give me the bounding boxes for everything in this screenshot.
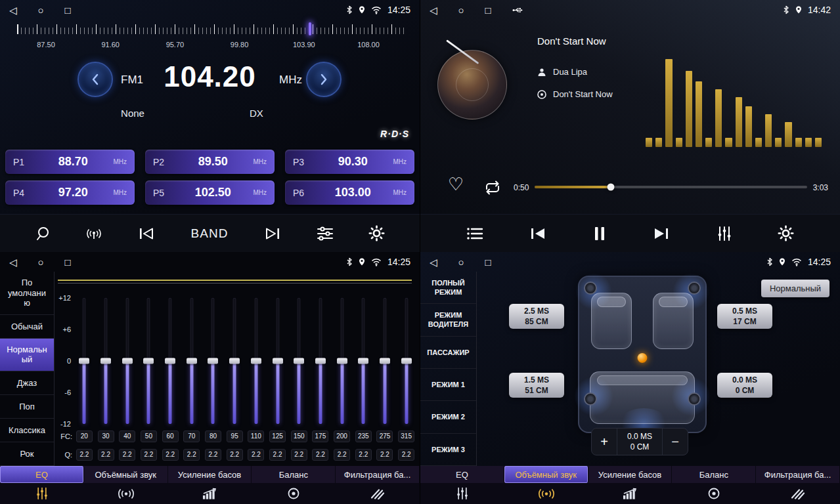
mode-1[interactable]: РЕЖИМ 1 xyxy=(420,369,476,401)
preset-button[interactable]: P6103.00MHz xyxy=(285,180,414,205)
eq-slider-handle[interactable] xyxy=(229,358,240,364)
next-track-button[interactable] xyxy=(652,226,671,241)
eq-preset-item[interactable]: Классика xyxy=(0,419,54,442)
eq-preset-item[interactable]: По умолчанию xyxy=(0,272,54,315)
bass-boost-tab-icon[interactable] xyxy=(168,488,252,499)
eq-preset-item[interactable]: Рок xyxy=(0,442,54,466)
equalizer-button[interactable] xyxy=(717,226,732,242)
mode-full[interactable]: ПОЛНЫЙ РЕЖИМ xyxy=(420,272,476,304)
tab-1[interactable]: Объёмный звук xyxy=(84,466,168,483)
eq-slider-handle[interactable] xyxy=(143,358,154,364)
recents-button[interactable]: □ xyxy=(65,5,71,15)
home-button[interactable]: ○ xyxy=(38,5,44,15)
delay-decrease-button[interactable]: − xyxy=(663,429,688,455)
rear-right-delay-button[interactable]: 0.0 MS 0 CM xyxy=(717,373,772,398)
filter-tab-icon[interactable] xyxy=(336,488,420,499)
tab-2[interactable]: Усиление басов xyxy=(588,466,673,483)
mode-passenger[interactable]: ПАССАЖИР xyxy=(420,337,476,369)
preset-button[interactable]: P5102.50MHz xyxy=(145,180,275,205)
progress-knob[interactable] xyxy=(608,184,615,191)
eq-preset-item[interactable]: Нормальный xyxy=(0,339,54,371)
eq-slider-handle[interactable] xyxy=(401,358,412,364)
tab-4[interactable]: Фильтрация ба... xyxy=(756,466,840,483)
home-button[interactable]: ○ xyxy=(458,257,464,267)
next-station-button[interactable] xyxy=(263,226,282,241)
bass-boost-tab-icon[interactable] xyxy=(588,488,673,499)
preset-button[interactable]: P390.30MHz xyxy=(285,150,414,174)
tab-4[interactable]: Фильтрация ба... xyxy=(336,466,420,483)
surround-tab-icon[interactable] xyxy=(84,488,168,499)
eq-band xyxy=(374,298,396,424)
preset-button[interactable]: P497.20MHz xyxy=(5,180,135,205)
eq-slider-handle[interactable] xyxy=(79,358,89,364)
eq-slider-handle[interactable] xyxy=(380,358,390,364)
android-nav: ◁ ○ □ xyxy=(9,257,71,267)
tab-0[interactable]: EQ xyxy=(0,466,84,483)
rear-left-delay-button[interactable]: 1.5 MS 51 CM xyxy=(509,373,564,398)
surround-tab-icon[interactable] xyxy=(504,488,588,499)
eq-slider-handle[interactable] xyxy=(122,358,133,364)
back-button[interactable]: ◁ xyxy=(9,257,17,267)
sound-profile-button[interactable]: Нормальный xyxy=(761,280,829,297)
eq-slider-handle[interactable] xyxy=(165,358,175,364)
filter-tab-icon[interactable] xyxy=(756,488,840,499)
eq-preset-item[interactable]: Джаз xyxy=(0,371,54,395)
repeat-button[interactable] xyxy=(483,180,502,198)
eq-slider-handle[interactable] xyxy=(294,358,304,364)
previous-track-button[interactable] xyxy=(529,226,547,241)
settings-button[interactable] xyxy=(368,225,385,242)
mode-3[interactable]: РЕЖИМ 3 xyxy=(420,434,476,466)
back-button[interactable]: ◁ xyxy=(430,5,437,15)
balance-tab-icon[interactable] xyxy=(672,487,756,500)
listening-position-marker[interactable] xyxy=(638,353,648,363)
pause-button[interactable] xyxy=(593,226,606,242)
eq-preset-item[interactable]: Поп xyxy=(0,395,54,419)
preset-button[interactable]: P188.70MHz xyxy=(5,150,135,174)
eq-slider-handle[interactable] xyxy=(358,358,368,364)
front-left-delay-button[interactable]: 2.5 MS 85 CM xyxy=(509,304,564,329)
eq-fc-value: 70 xyxy=(183,430,200,442)
equalizer-button[interactable] xyxy=(317,226,334,241)
frequency-indicator[interactable] xyxy=(309,22,311,35)
back-button[interactable]: ◁ xyxy=(430,257,437,267)
home-button[interactable]: ○ xyxy=(38,257,44,267)
eq-preset-item[interactable]: Обычай xyxy=(0,315,54,339)
visualizer-bar xyxy=(755,138,762,147)
tab-3[interactable]: Баланс xyxy=(672,466,756,483)
balance-tab-icon[interactable] xyxy=(252,487,336,500)
home-button[interactable]: ○ xyxy=(458,5,464,15)
antenna-button[interactable] xyxy=(85,226,102,241)
mode-2[interactable]: РЕЖИМ 2 xyxy=(420,401,476,433)
playlist-button[interactable] xyxy=(466,227,483,240)
scan-button[interactable] xyxy=(35,226,51,242)
eq-tab-icon[interactable] xyxy=(420,487,504,500)
eq-slider-handle[interactable] xyxy=(273,358,283,364)
tab-0[interactable]: EQ xyxy=(420,466,504,483)
recents-button[interactable]: □ xyxy=(485,5,491,15)
eq-slider-fill xyxy=(83,361,86,424)
recents-button[interactable]: □ xyxy=(65,257,71,267)
mode-driver[interactable]: РЕЖИМ ВОДИТЕЛЯ xyxy=(420,304,476,336)
eq-slider-handle[interactable] xyxy=(315,358,326,364)
favorite-button[interactable]: ♡ xyxy=(448,176,464,194)
settings-button[interactable] xyxy=(778,225,794,242)
eq-slider-handle[interactable] xyxy=(187,358,197,364)
tab-2[interactable]: Усиление басов xyxy=(168,466,252,483)
recents-button[interactable]: □ xyxy=(485,257,491,267)
visualizer-bar xyxy=(775,138,782,147)
tab-1[interactable]: Объёмный звук xyxy=(504,466,588,483)
progress-bar[interactable] xyxy=(535,186,807,188)
previous-station-button[interactable] xyxy=(137,226,156,241)
eq-slider-handle[interactable] xyxy=(251,358,261,364)
tune-up-button[interactable] xyxy=(306,62,342,97)
eq-slider-handle[interactable] xyxy=(100,358,111,364)
back-button[interactable]: ◁ xyxy=(9,5,17,15)
delay-increase-button[interactable]: + xyxy=(592,429,617,455)
eq-tab-icon[interactable] xyxy=(0,487,84,500)
preset-button[interactable]: P289.50MHz xyxy=(145,150,275,174)
band-button[interactable]: BAND xyxy=(191,226,229,241)
front-right-delay-button[interactable]: 0.5 MS 17 CM xyxy=(717,304,772,329)
eq-slider-handle[interactable] xyxy=(208,358,218,364)
eq-slider-handle[interactable] xyxy=(337,358,347,364)
tab-3[interactable]: Баланс xyxy=(252,466,336,483)
